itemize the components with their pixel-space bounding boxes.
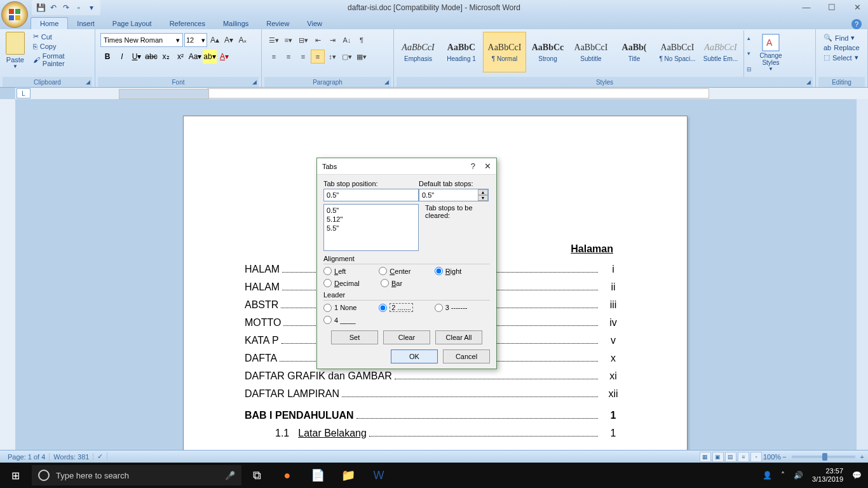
ruler-bar[interactable]: [207, 88, 709, 98]
clear-button[interactable]: Clear: [383, 330, 430, 344]
style-item-subtitle[interactable]: AaBbCcISubtitle: [569, 32, 613, 72]
tab-stops-listbox[interactable]: 0.5"5.12"5.5": [323, 204, 419, 251]
style-item-heading-1[interactable]: AaBbCHeading 1: [440, 32, 483, 72]
subscript-button[interactable]: x₂: [159, 50, 173, 64]
decrease-indent-button[interactable]: ⇤: [311, 33, 325, 47]
taskbar-clock[interactable]: 23:57 3/13/2019: [812, 467, 843, 484]
align-left-radio[interactable]: Left: [323, 267, 379, 275]
style-item-title[interactable]: AaBb(Title: [613, 32, 656, 72]
align-right-radio[interactable]: Right: [435, 267, 490, 275]
leader-dots-radio[interactable]: 2 .......: [379, 303, 434, 312]
numbering-button[interactable]: ≡▾: [281, 33, 295, 47]
borders-button[interactable]: ▦▾: [355, 50, 369, 64]
tab-list-item[interactable]: 5.5": [327, 224, 416, 233]
change-case-button[interactable]: Aa▾: [188, 50, 202, 64]
align-bar-radio[interactable]: Bar: [381, 279, 438, 287]
tab-review[interactable]: Review: [257, 18, 298, 29]
align-decimal-radio[interactable]: Decimal: [323, 279, 381, 287]
view-web-button[interactable]: ▤: [725, 452, 736, 462]
dialog-close-button[interactable]: ✕: [484, 161, 491, 171]
tray-up-icon[interactable]: ˄: [781, 471, 785, 480]
shading-button[interactable]: ▢▾: [340, 50, 354, 64]
tab-home[interactable]: Home: [31, 17, 68, 29]
minimize-button[interactable]: —: [798, 1, 815, 13]
dialog-help-button[interactable]: ?: [471, 161, 475, 171]
spinner-down-button[interactable]: ▼: [478, 195, 488, 201]
strikethrough-button[interactable]: abc: [144, 50, 158, 64]
scrollbar-vertical[interactable]: [857, 99, 868, 451]
redo-icon[interactable]: ↷: [61, 3, 71, 13]
taskbar-search[interactable]: Type here to search 🎤: [32, 465, 241, 485]
increase-indent-button[interactable]: ⇥: [325, 33, 339, 47]
align-left-button[interactable]: ≡: [267, 50, 281, 64]
zoom-level[interactable]: 100%: [763, 453, 781, 461]
tab-selector[interactable]: L: [17, 88, 31, 98]
sort-button[interactable]: A↓: [340, 33, 354, 47]
underline-button[interactable]: U▾: [130, 50, 144, 64]
status-page[interactable]: Page: 1 of 4: [4, 453, 50, 461]
tab-list-item[interactable]: 0.5": [327, 206, 416, 215]
status-proof-icon[interactable]: ✓: [93, 452, 107, 461]
notepad-icon[interactable]: 📄: [302, 463, 333, 488]
cancel-button[interactable]: Cancel: [443, 349, 490, 363]
change-styles-button[interactable]: A Change Styles ▼: [755, 30, 787, 77]
dialog-titlebar[interactable]: Tabs ? ✕: [317, 158, 496, 175]
show-hide-button[interactable]: ¶: [355, 33, 369, 47]
view-outline-button[interactable]: ≡: [738, 452, 749, 462]
task-view-button[interactable]: ⧉: [241, 463, 272, 488]
bullets-button[interactable]: ☰▾: [267, 33, 281, 47]
ruler-vertical[interactable]: [0, 99, 15, 451]
paste-button[interactable]: Paste ▼: [3, 30, 28, 77]
ok-button[interactable]: OK: [391, 349, 438, 363]
spinner-up-button[interactable]: ▲: [478, 189, 488, 195]
style-item--no-spaci-[interactable]: AaBbCcI¶ No Spaci...: [656, 32, 699, 72]
align-center-button[interactable]: ≡: [281, 50, 295, 64]
mic-icon[interactable]: 🎤: [225, 471, 235, 480]
superscript-button[interactable]: x²: [173, 50, 187, 64]
styles-launcher-icon[interactable]: ◢: [806, 79, 814, 86]
paste-dropdown-icon[interactable]: ▼: [13, 64, 18, 69]
replace-button[interactable]: abReplace: [821, 43, 862, 52]
format-painter-button[interactable]: 🖌Format Painter: [31, 51, 91, 68]
notifications-icon[interactable]: 💬: [852, 471, 862, 480]
zoom-in-button[interactable]: +: [860, 453, 864, 461]
new-icon[interactable]: ▫: [74, 3, 84, 13]
view-full-screen-button[interactable]: ▣: [712, 452, 724, 462]
styles-expand-button[interactable]: ⊟: [744, 62, 754, 77]
firefox-icon[interactable]: ●: [272, 463, 302, 488]
help-button[interactable]: ?: [851, 19, 862, 29]
clear-all-button[interactable]: Clear All: [435, 330, 482, 344]
styles-row-down-button[interactable]: ▾: [744, 46, 754, 61]
people-icon[interactable]: 👤: [763, 471, 772, 480]
tab-view[interactable]: View: [298, 18, 331, 29]
save-icon[interactable]: 💾: [36, 3, 46, 13]
tab-mailings[interactable]: Mailings: [214, 18, 257, 29]
office-button[interactable]: [1, 1, 28, 28]
copy-button[interactable]: ⎘Copy: [31, 42, 91, 51]
set-button[interactable]: Set: [331, 330, 378, 344]
ruler-horizontal[interactable]: L: [15, 88, 868, 99]
line-spacing-button[interactable]: ↕▾: [325, 50, 339, 64]
tab-insert[interactable]: Insert: [68, 18, 104, 29]
highlight-button[interactable]: ab▾: [203, 50, 217, 64]
style-item-strong[interactable]: AaBbCcStrong: [526, 32, 569, 72]
volume-icon[interactable]: 🔊: [794, 471, 803, 480]
styles-row-up-button[interactable]: ▴: [744, 30, 754, 46]
multilevel-button[interactable]: ⊟▾: [296, 33, 310, 47]
cut-button[interactable]: ✂Cut: [31, 32, 91, 41]
tab-stop-input[interactable]: [323, 189, 419, 201]
select-button[interactable]: ⬚Select▾: [821, 53, 862, 62]
view-print-layout-button[interactable]: ▦: [700, 452, 711, 462]
find-button[interactable]: 🔍Find▾: [821, 33, 862, 43]
style-item--normal[interactable]: AaBbCcI¶ Normal: [483, 32, 526, 72]
close-button[interactable]: ✕: [849, 1, 865, 13]
font-name-combo[interactable]: Times New Roman▾: [100, 33, 183, 47]
leader-underline-radio[interactable]: 4 ____: [323, 316, 381, 324]
italic-button[interactable]: I: [115, 50, 129, 64]
style-item-subtle-em-[interactable]: AaBbCcISubtle Em...: [699, 32, 742, 72]
bold-button[interactable]: B: [100, 50, 114, 64]
word-icon[interactable]: W: [363, 463, 394, 488]
tab-list-item[interactable]: 5.12": [327, 215, 416, 224]
undo-icon[interactable]: ↶: [48, 3, 58, 13]
font-size-combo[interactable]: 12▾: [184, 33, 207, 47]
